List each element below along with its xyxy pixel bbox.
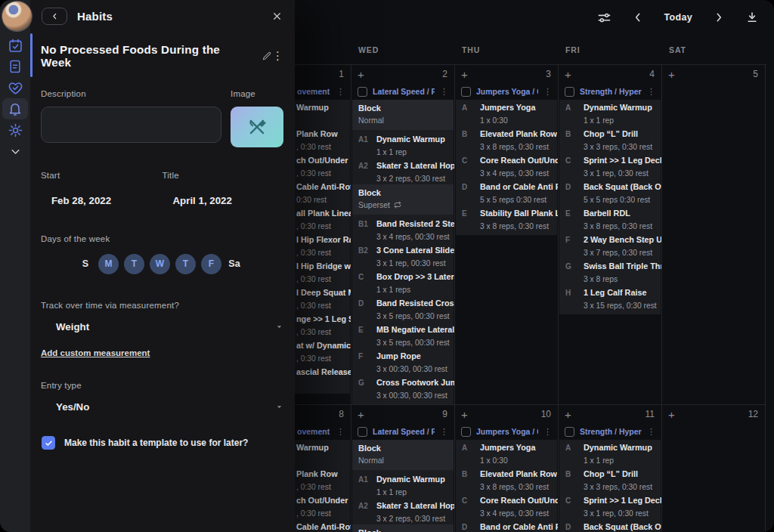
exercise-row[interactable]: GSwiss Ball Triple Threat3 x 8 reps <box>559 258 661 285</box>
exercise-row[interactable]: FJump Rope3 x 00:30, 00:30 rest <box>352 348 454 375</box>
day-toggle-3-w[interactable]: W <box>150 254 170 274</box>
habit-menu-icon[interactable]: ⋮ <box>272 49 283 63</box>
close-icon[interactable] <box>272 11 282 21</box>
workout-title[interactable]: Jumpers Yoga / Core <box>476 87 538 96</box>
measurement-select[interactable]: Weight <box>56 321 283 332</box>
add-workout-button[interactable]: + <box>668 409 675 420</box>
sidebar-item-settings[interactable] <box>2 119 28 141</box>
exercise-row[interactable]: DBand or Cable Anti Rotati...5 x 5 reps … <box>456 179 557 206</box>
exercise-row[interactable]: CCore Reach Out/Under3 x 4 reps, 0:30 re… <box>456 153 557 179</box>
habit-image-tile[interactable] <box>231 107 283 147</box>
exercise-row[interactable]: EMB Negative Lateral Hop...3 x 5 reps, 0… <box>352 322 454 348</box>
exercise-row[interactable]: DBack Squat (Back Off Set)5 x 5 reps 0:3… <box>559 179 661 206</box>
exercise-row[interactable]: BElevated Plank Row3 x 8 reps, 0:30 rest <box>456 126 557 153</box>
card-menu-icon[interactable]: ⋮ <box>647 428 655 436</box>
day-toggle-0-s[interactable]: S <box>78 258 93 269</box>
workout-title[interactable]: Jumpers Yoga / Core <box>476 427 538 436</box>
exercise-row[interactable]: CSprint >> 1 Leg Declarations3 x 1 rep, … <box>559 493 661 519</box>
pencil-icon[interactable] <box>262 51 272 61</box>
workout-title[interactable]: ovement Q... <box>297 427 331 436</box>
user-avatar[interactable] <box>2 2 32 31</box>
add-workout-button[interactable]: + <box>565 409 571 420</box>
exercise-row[interactable]: H1 Leg Calf Raise3 x 15 reps, 0:30 rest <box>559 285 661 311</box>
exercise-row[interactable]: ADynamic Warmup1 x 1 rep <box>559 100 661 126</box>
card-menu-icon[interactable]: ⋮ <box>336 88 345 96</box>
exercise-text: Elevated Plank Row3 x 8 reps, 0:30 rest <box>480 469 557 492</box>
workout-checkbox[interactable] <box>565 427 574 437</box>
download-icon[interactable] <box>745 11 759 24</box>
workout-title[interactable]: Strength / Hypertro... <box>580 87 642 96</box>
workout-title[interactable]: ovement Q... <box>297 87 331 96</box>
exercise-row[interactable]: GCross Footwork Jump Rope3 x 00:30, 00:3… <box>352 375 454 401</box>
exercise-row[interactable]: EStability Ball Plank Linear ...3 x 8 re… <box>456 206 557 232</box>
card-menu-icon[interactable]: ⋮ <box>543 88 552 96</box>
exercise-row[interactable]: DBand or Cable Anti Rotati... <box>456 519 557 532</box>
day-toggle-5-f[interactable]: F <box>201 254 221 274</box>
exercise-row[interactable]: B1Band Resisted 2 Step Late...3 x 4 reps… <box>352 216 454 243</box>
workout-checkbox[interactable] <box>461 427 471 437</box>
card-menu-icon[interactable]: ⋮ <box>543 428 552 436</box>
card-menu-icon[interactable]: ⋮ <box>440 88 448 96</box>
add-workout-button[interactable]: + <box>668 69 675 80</box>
workout-checkbox[interactable] <box>358 87 367 97</box>
workout-checkbox[interactable] <box>565 87 574 97</box>
exercise-row[interactable]: DBack Squat (Back Off Set) <box>559 519 661 532</box>
exercise-row[interactable]: BChop “L” Drill3 x 3 reps, 0:30 rest <box>559 126 661 153</box>
description-input[interactable] <box>41 107 221 143</box>
exercise-row[interactable]: A2Skater 3 Lateral Hops >> ...3 x 2 reps… <box>352 498 454 524</box>
exercise-row[interactable]: BChop “L” Drill3 x 3 reps, 0:30 rest <box>559 466 661 493</box>
today-button[interactable]: Today <box>664 12 692 23</box>
exercise-row[interactable]: BElevated Plank Row3 x 8 reps, 0:30 rest <box>456 466 557 493</box>
exercise-row[interactable]: AJumpers Yoga1 x 0:30 <box>456 100 557 126</box>
workout-title[interactable]: Strength / Hypertro... <box>580 427 642 436</box>
sidebar-item-documents[interactable] <box>2 56 28 77</box>
day-toggle-4-t[interactable]: T <box>175 254 196 274</box>
sidebar-more-button[interactable] <box>2 141 28 162</box>
exercise-name: Band Resisted 2 Step Late... <box>376 219 455 229</box>
day-toggle-1-m[interactable]: M <box>98 254 119 274</box>
exercise-row[interactable]: A1Dynamic Warmup1 x 1 rep <box>352 472 454 498</box>
exercise-row[interactable]: EBarbell RDL3 x 8 reps, 0:30 rest <box>559 206 661 232</box>
filter-sliders-icon[interactable] <box>597 11 611 25</box>
workout-title[interactable]: Lateral Speed / Plyo <box>373 87 435 96</box>
exercise-detail: 1 x 0:30 <box>480 456 553 466</box>
workout-checkbox[interactable] <box>358 427 367 437</box>
card-menu-icon[interactable]: ⋮ <box>336 428 345 436</box>
exercise-row[interactable]: CCore Reach Out/Under3 x 4 reps, 0:30 re… <box>456 493 557 519</box>
exercise-row[interactable]: CSprint >> 1 Leg Declarations3 x 1 rep, … <box>559 153 661 179</box>
exercise-row[interactable]: A2Skater 3 Lateral Hops >> ...3 x 2 reps… <box>352 158 454 184</box>
exercise-row[interactable]: ADynamic Warmup1 x 1 rep <box>559 440 661 466</box>
exercise-row[interactable]: AJumpers Yoga1 x 0:30 <box>456 440 557 466</box>
add-workout-button[interactable]: + <box>461 409 468 420</box>
prev-week-button[interactable] <box>632 11 644 23</box>
day-toggle-6-sa[interactable]: Sa <box>227 258 242 269</box>
entry-type-select[interactable]: Yes/No <box>56 401 283 413</box>
add-workout-button[interactable]: + <box>358 409 364 420</box>
exercise-row[interactable]: A1Dynamic Warmup1 x 1 rep <box>352 131 454 158</box>
panel-scrollbar[interactable] <box>30 33 33 77</box>
card-menu-icon[interactable]: ⋮ <box>440 428 448 436</box>
app-sidebar <box>0 0 30 532</box>
next-week-button[interactable] <box>713 11 725 23</box>
sidebar-item-habits[interactable] <box>2 98 28 119</box>
sidebar-item-calendar[interactable] <box>2 35 28 56</box>
template-checkbox[interactable] <box>42 436 55 450</box>
workout-checkbox[interactable] <box>461 87 471 97</box>
add-custom-measurement-link[interactable]: Add custom measurement <box>41 348 150 357</box>
exercise-row[interactable]: B23 Cone Lateral Slide3 x 1 rep, 00:30 r… <box>352 243 454 269</box>
back-button[interactable] <box>42 8 67 25</box>
start-date-value[interactable]: Feb 28, 2022 <box>41 195 163 206</box>
sidebar-item-health[interactable] <box>2 77 28 98</box>
day-toggle-2-t[interactable]: T <box>124 254 144 274</box>
add-workout-button[interactable]: + <box>358 69 364 80</box>
workout-title[interactable]: Lateral Speed / Plyo <box>373 427 435 436</box>
exercise-letter: B <box>565 469 581 492</box>
exercise-row[interactable]: F2 Way Bench Step Up3 x 7 reps, 0:30 res… <box>559 232 661 258</box>
exercise-letter: B1 <box>358 219 374 242</box>
card-menu-icon[interactable]: ⋮ <box>647 88 655 96</box>
end-date-value[interactable]: April 1, 2022 <box>163 195 284 206</box>
add-workout-button[interactable]: + <box>565 69 571 80</box>
exercise-row[interactable]: CBox Drop >> 3 Lateral H...1 x 1 reps <box>352 269 454 295</box>
exercise-row[interactable]: DBand Resisted Crossover...3 x 5 reps, 0… <box>352 295 454 322</box>
add-workout-button[interactable]: + <box>461 69 468 80</box>
